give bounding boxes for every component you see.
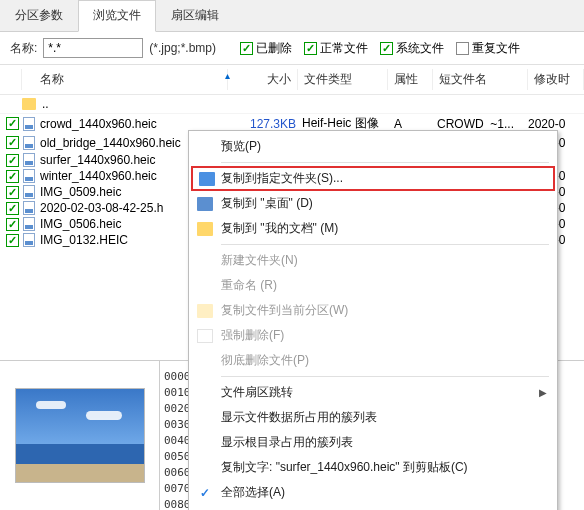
filter-bar: 名称: (*.jpg;*.bmp) ✓已删除 ✓正常文件 ✓系统文件 ✓重复文件 — [0, 32, 584, 65]
menu-rename: 重命名 (R) — [191, 273, 555, 298]
parent-folder-row[interactable]: .. — [0, 95, 584, 114]
menu-show-clusters[interactable]: 显示文件数据所占用的簇列表 — [191, 405, 555, 430]
sort-indicator-icon: ▴ — [225, 70, 230, 81]
menu-sector-jump[interactable]: 文件扇区跳转▶ — [191, 380, 555, 405]
menu-force-delete: 强制删除(F) — [191, 323, 555, 348]
menu-copy-to-folder[interactable]: 复制到指定文件夹(S)... — [191, 166, 555, 191]
chk-dup[interactable]: ✓重复文件 — [456, 40, 520, 57]
thumbnail-pane — [0, 361, 160, 510]
file-size: 127.3KB — [228, 117, 296, 131]
file-icon — [23, 217, 35, 231]
image-thumbnail[interactable] — [15, 388, 145, 483]
col-mod[interactable]: 修改时 — [528, 69, 584, 90]
folder-icon — [197, 222, 213, 236]
col-name[interactable]: 名称 — [22, 69, 228, 90]
row-checkbox[interactable]: ✓ — [6, 186, 19, 199]
menu-show-root-clusters[interactable]: 显示根目录占用的簇列表 — [191, 430, 555, 455]
row-checkbox[interactable]: ✓ — [6, 117, 19, 130]
column-headers: 名称 ▴ 大小 文件类型 属性 短文件名 修改时 — [0, 65, 584, 95]
file-icon — [23, 185, 35, 199]
menu-copy-to-desktop[interactable]: 复制到 "桌面" (D) — [191, 191, 555, 216]
file-icon — [23, 201, 35, 215]
col-size[interactable]: 大小 — [228, 69, 298, 90]
menu-preview[interactable]: 预览(P) — [191, 134, 555, 159]
menu-thorough-delete: 彻底删除文件(P) — [191, 348, 555, 373]
file-icon — [23, 117, 35, 131]
col-type[interactable]: 文件类型 — [298, 69, 388, 90]
menu-copy-text[interactable]: 复制文字: "surfer_1440x960.heic" 到剪贴板(C) — [191, 455, 555, 480]
file-icon — [23, 153, 35, 167]
tab-partition[interactable]: 分区参数 — [0, 0, 78, 31]
file-icon — [197, 329, 213, 343]
check-icon: ✓ — [197, 486, 213, 500]
folder-icon — [197, 304, 213, 318]
tab-browse[interactable]: 浏览文件 — [78, 0, 156, 32]
chk-deleted[interactable]: ✓已删除 — [240, 40, 292, 57]
submenu-arrow-icon: ▶ — [539, 387, 547, 398]
context-menu: 预览(P) 复制到指定文件夹(S)... 复制到 "桌面" (D) 复制到 "我… — [188, 130, 558, 510]
chk-normal[interactable]: ✓正常文件 — [304, 40, 368, 57]
row-checkbox[interactable]: ✓ — [6, 202, 19, 215]
folder-arrow-icon — [199, 172, 215, 186]
row-checkbox[interactable]: ✓ — [6, 136, 19, 149]
menu-copy-to-partition: 复制文件到当前分区(W) — [191, 298, 555, 323]
desktop-icon — [197, 197, 213, 211]
row-checkbox[interactable]: ✓ — [6, 218, 19, 231]
folder-icon — [22, 98, 36, 110]
col-short[interactable]: 短文件名 — [433, 69, 528, 90]
chk-system[interactable]: ✓系统文件 — [380, 40, 444, 57]
file-attr: A — [388, 117, 433, 131]
file-icon — [23, 136, 35, 150]
parent-folder-label: .. — [42, 97, 49, 111]
row-checkbox[interactable]: ✓ — [6, 154, 19, 167]
file-icon — [23, 233, 35, 247]
tab-bar: 分区参数 浏览文件 扇区编辑 — [0, 0, 584, 32]
file-name: crowd_1440x960.heic — [40, 117, 228, 131]
menu-select-all[interactable]: ✓全部选择(A) — [191, 480, 555, 505]
file-shortname: CROWD_~1... — [433, 117, 528, 131]
menu-deselect-all[interactable]: 全部取消选择(U) — [191, 505, 555, 510]
menu-copy-to-docs[interactable]: 复制到 "我的文档" (M) — [191, 216, 555, 241]
row-checkbox[interactable]: ✓ — [6, 170, 19, 183]
row-checkbox[interactable]: ✓ — [6, 234, 19, 247]
filter-input[interactable] — [43, 38, 143, 58]
file-icon — [23, 169, 35, 183]
menu-new-folder: 新建文件夹(N) — [191, 248, 555, 273]
file-modified: 2020-0 — [528, 117, 578, 131]
tab-sector-edit[interactable]: 扇区编辑 — [156, 0, 234, 31]
filter-ext: (*.jpg;*.bmp) — [149, 41, 216, 55]
col-attr[interactable]: 属性 — [388, 69, 433, 90]
filter-label: 名称: — [10, 40, 37, 57]
